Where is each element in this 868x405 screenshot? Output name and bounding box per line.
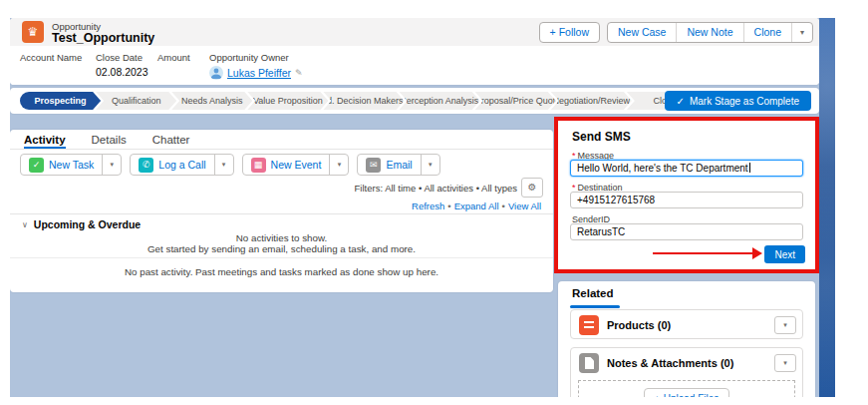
page-title: Test_Opportunity [52, 31, 154, 45]
main-tabs: Activity Details Chatter [10, 130, 553, 150]
follow-button[interactable]: + Follow [539, 22, 600, 43]
senderid-input[interactable]: RetarusTC [570, 223, 803, 240]
field-account-name: Account Name [20, 52, 82, 66]
empty-state-line1: No activities to show. [10, 232, 553, 243]
opportunity-icon: ♛ [22, 21, 44, 43]
email-button[interactable]: ✉ Email [358, 155, 420, 175]
filters-summary: Filters: All time • All activities • All… [355, 183, 517, 194]
field-close-date: Close Date 02.08.2023 [96, 52, 148, 78]
new-note-button[interactable]: New Note [676, 23, 742, 42]
edit-owner-icon[interactable]: ✎ [295, 68, 303, 78]
task-icon: ✓ [29, 158, 44, 173]
products-icon [579, 315, 599, 335]
tab-chatter[interactable]: Chatter [152, 130, 190, 149]
sms-annotation-box: Send SMS *Message Hello World, here's th… [554, 117, 819, 273]
products-title[interactable]: Products (0) [607, 319, 671, 331]
notes-actions-button[interactable]: ▾ [774, 354, 796, 372]
stage-qualification[interactable]: Qualification [96, 92, 176, 110]
senderid-value: RetarusTC [577, 226, 625, 237]
view-all-link[interactable]: View All [508, 201, 541, 211]
mark-stage-complete-button[interactable]: ✓ Mark Stage as Complete [665, 91, 811, 111]
activity-action-buttons: ✓ New Task ▾ ✆ Log a Call ▾ ▦ New Event … [20, 154, 440, 176]
past-activity-text: No past activity. Past meetings and task… [10, 266, 553, 277]
header-actions: + Follow New Case New Note Clone ▾ [539, 22, 813, 43]
log-a-call-button-group: ✆ Log a Call ▾ [130, 154, 233, 176]
amount-label: Amount [157, 52, 190, 63]
new-task-button-group: ✓ New Task ▾ [20, 154, 122, 176]
next-button[interactable]: Next [764, 245, 805, 263]
products-actions-button[interactable]: ▾ [774, 316, 796, 334]
upcoming-overdue-section[interactable]: ∨ Upcoming & Overdue [10, 213, 553, 230]
activity-links: Refresh•Expand All•View All [412, 201, 541, 211]
plus-icon: + [550, 26, 556, 38]
refresh-link[interactable]: Refresh [412, 201, 444, 211]
chevron-down-icon: ▾ [338, 161, 342, 168]
related-panel: Related Products (0) ▾ Notes & Attachmen… [558, 281, 815, 397]
close-date-label: Close Date [96, 52, 148, 63]
opportunity-owner-label: Opportunity Owner [209, 52, 303, 63]
stage-id-decision-makers[interactable]: Id. Decision Makers [323, 92, 404, 110]
chevron-down-icon: ▾ [111, 161, 115, 168]
tab-details[interactable]: Details [92, 130, 127, 149]
close-date-value: 02.08.2023 [96, 66, 148, 78]
log-a-call-label: Log a Call [158, 159, 205, 171]
new-task-label: New Task [49, 159, 94, 171]
email-dropdown[interactable]: ▾ [421, 155, 439, 175]
new-case-button[interactable]: New Case [608, 23, 676, 42]
stage-prospecting[interactable]: Prospecting [20, 92, 101, 110]
sales-path: Prospecting Qualification Needs Analysis… [20, 92, 708, 110]
owner-link[interactable]: Lukas Pfeiffer [227, 67, 291, 79]
upload-files-button[interactable]: ↑Upload Files [644, 388, 729, 397]
stage-needs-analysis[interactable]: Needs Analysis [171, 92, 252, 110]
upload-icon: ↑ [655, 393, 660, 397]
destination-value: +4915127615768 [577, 195, 655, 205]
record-header-card: ♛ Opportunity Test_Opportunity + Follow … [10, 18, 819, 85]
message-value: Hello World, here's the TC Department [577, 163, 748, 174]
check-icon: ✓ [677, 96, 685, 107]
destination-input[interactable]: +4915127615768 [570, 192, 803, 208]
stage-value-proposition[interactable]: Value Proposition [247, 92, 328, 110]
owner-avatar [209, 66, 223, 80]
chevron-down-icon: ▾ [783, 321, 787, 328]
products-card: Products (0) ▾ [570, 309, 803, 339]
new-event-label: New Event [271, 159, 322, 171]
field-opportunity-owner: Opportunity Owner Lukas Pfeiffer ✎ [209, 52, 303, 80]
chevron-down-icon: ▾ [783, 359, 787, 366]
message-input[interactable]: Hello World, here's the TC Department [570, 160, 803, 177]
clone-button[interactable]: Clone [743, 23, 791, 42]
expand-all-link[interactable]: Expand All [454, 201, 499, 211]
more-actions-button[interactable]: ▾ [791, 23, 812, 42]
annotation-arrow [653, 252, 752, 254]
tab-activity[interactable]: Activity [24, 130, 66, 149]
stage-proposal-price-quote[interactable]: Proposal/Price Quote [475, 92, 556, 110]
record-action-group: New Case New Note Clone ▾ [607, 22, 813, 43]
record-header-top: ♛ Opportunity Test_Opportunity + Follow … [10, 18, 819, 46]
filter-settings-button[interactable]: ⚙ [521, 178, 543, 198]
bullet-separator: • [447, 201, 450, 211]
chevron-down-icon: ▾ [429, 161, 433, 168]
log-a-call-dropdown[interactable]: ▾ [214, 155, 233, 175]
log-a-call-button[interactable]: ✆ Log a Call [131, 155, 213, 175]
annotation-arrow-head [752, 247, 762, 259]
chevron-down-icon: ▾ [222, 161, 226, 168]
stage-negotiation-review[interactable]: Negotiation/Review [551, 92, 632, 110]
tab-related[interactable]: Related [572, 287, 614, 299]
upload-files-label: Upload Files [664, 393, 720, 397]
email-label: Email [386, 159, 412, 171]
new-task-button[interactable]: ✓ New Task [21, 155, 102, 175]
account-name-label: Account Name [20, 52, 82, 63]
follow-label: Follow [559, 26, 589, 38]
new-event-button[interactable]: ▦ New Event [243, 155, 330, 175]
related-tab-underline [570, 305, 620, 308]
stage-perception-analysis[interactable]: Perception Analysis [400, 92, 480, 110]
notes-attachments-title[interactable]: Notes & Attachments (0) [607, 357, 733, 369]
event-icon: ▦ [251, 158, 266, 173]
email-icon: ✉ [366, 158, 381, 173]
text-cursor [749, 163, 750, 173]
new-task-dropdown[interactable]: ▾ [102, 155, 121, 175]
new-event-dropdown[interactable]: ▾ [329, 155, 348, 175]
highlights-fields-row: Account Name Close Date 02.08.2023 Amoun… [10, 46, 819, 85]
mark-stage-complete-label: Mark Stage as Complete [690, 96, 799, 107]
app-background-strip [819, 18, 835, 397]
empty-state-line2: Get started by sending an email, schedul… [10, 243, 553, 254]
